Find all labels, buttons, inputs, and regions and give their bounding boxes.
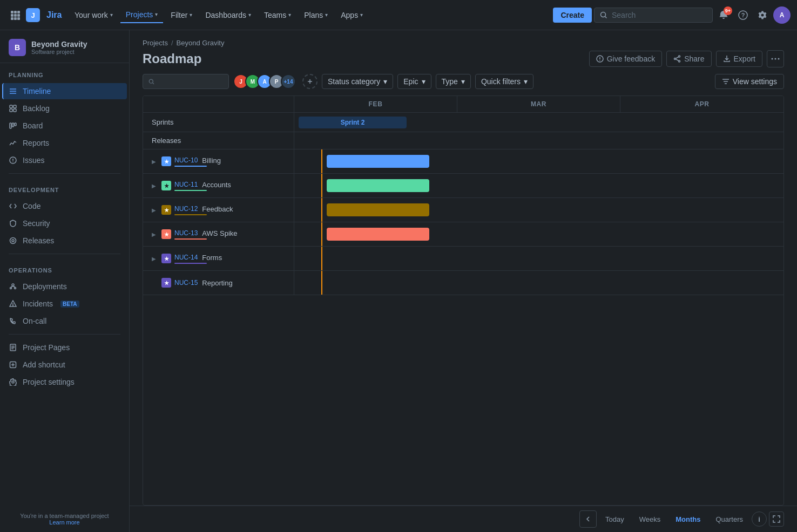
expand-icon[interactable]: ▶ — [150, 230, 158, 238]
epic-right-reporting — [294, 271, 784, 295]
add-person-button[interactable] — [302, 74, 318, 89]
epic-name-aws: AWS Spike — [202, 229, 237, 237]
notifications-button[interactable]: 9+ — [715, 6, 732, 24]
sidebar-item-timeline[interactable]: Timeline — [2, 83, 127, 99]
app-body: B Beyond Gravity Software project PLANNI… — [0, 30, 797, 532]
sidebar-footer: You're in a team-managed project Learn m… — [0, 506, 129, 532]
epic-underline — [174, 166, 207, 167]
nav-plans[interactable]: Plans ▾ — [299, 8, 333, 23]
svg-line-60 — [152, 83, 154, 84]
sidebar-item-backlog[interactable]: Backlog — [2, 100, 127, 117]
nav-your-work[interactable]: Your work ▾ — [69, 8, 118, 23]
status-category-filter[interactable]: Status category ▾ — [322, 74, 393, 89]
epic-right-accounts — [294, 174, 784, 197]
epic-filter[interactable]: Epic ▾ — [397, 74, 431, 89]
planning-section: PLANNING — [0, 63, 129, 83]
timeline-icon — [9, 87, 17, 96]
sidebar-item-oncall[interactable]: On-call — [2, 313, 127, 329]
sidebar-divider-2 — [9, 254, 120, 254]
month-feb: FEB — [294, 96, 457, 112]
epic-left-aws: ▶ ★ NUC-13 AWS Spike — [143, 222, 294, 246]
svg-point-50 — [599, 60, 600, 61]
sidebar-item-add-shortcut[interactable]: Add shortcut — [2, 357, 127, 373]
svg-rect-26 — [15, 123, 16, 126]
sidebar-item-releases[interactable]: Releases — [2, 233, 127, 249]
epic-name-accounts: Accounts — [202, 181, 231, 189]
global-search[interactable]: Search — [594, 8, 713, 23]
expand-icon[interactable]: ▶ — [150, 206, 158, 214]
sidebar-item-code[interactable]: Code — [2, 198, 127, 214]
weeks-button[interactable]: Weeks — [633, 512, 667, 527]
sidebar-item-project-pages[interactable]: Project Pages — [2, 339, 127, 356]
sidebar-item-board[interactable]: Board — [2, 118, 127, 134]
more-actions-button[interactable] — [767, 50, 784, 67]
sidebar-item-incidents[interactable]: Incidents BETA — [2, 296, 127, 312]
sidebar-item-project-settings[interactable]: Project settings — [2, 374, 127, 390]
gantt-bar-aws[interactable] — [327, 228, 429, 241]
view-settings-button[interactable]: View settings — [715, 74, 784, 89]
nav-projects[interactable]: Projects ▾ — [120, 7, 164, 23]
gantt-bar-accounts[interactable] — [327, 179, 429, 192]
settings-button[interactable] — [754, 6, 771, 24]
svg-rect-4 — [14, 14, 17, 17]
jira-logo[interactable]: J Jira — [26, 8, 63, 22]
feedback-button[interactable]: Give feedback — [589, 51, 663, 67]
gantt-bar-billing[interactable] — [327, 155, 429, 168]
epic-search[interactable] — [143, 74, 229, 89]
expand-icon[interactable]: ▶ — [150, 181, 158, 190]
epic-id[interactable]: NUC-11 — [174, 181, 198, 188]
gantt-bar-feedback[interactable] — [327, 203, 429, 216]
create-button[interactable]: Create — [553, 8, 592, 23]
type-filter[interactable]: Type ▾ — [436, 74, 471, 89]
quick-filters[interactable]: Quick filters ▾ — [475, 74, 533, 89]
expand-full-button[interactable] — [769, 511, 784, 527]
nav-dashboards[interactable]: Dashboards ▾ — [200, 8, 256, 23]
info-button[interactable]: i — [752, 511, 767, 527]
sidebar-item-security[interactable]: Security — [2, 215, 127, 231]
navigate-back-button[interactable] — [579, 510, 597, 528]
svg-point-47 — [12, 381, 14, 383]
backlog-icon — [9, 104, 17, 113]
beta-badge: BETA — [60, 301, 79, 308]
grid-icon[interactable] — [6, 6, 24, 24]
today-button[interactable]: Today — [599, 512, 631, 527]
epic-id[interactable]: NUC-13 — [174, 229, 198, 237]
epic-icon-accounts: ★ — [161, 181, 171, 190]
sidebar-item-deployments[interactable]: Deployments — [2, 278, 127, 295]
epic-id[interactable]: NUC-10 — [174, 156, 198, 164]
expand-icon[interactable]: ▶ — [150, 157, 158, 166]
epic-id[interactable]: NUC-15 — [174, 279, 198, 287]
epic-right-forms — [294, 247, 784, 270]
today-line — [321, 271, 322, 295]
project-type: Software project — [31, 49, 87, 55]
svg-rect-22 — [10, 109, 12, 112]
svg-line-13 — [605, 16, 607, 18]
svg-point-58 — [778, 58, 780, 60]
nav-teams[interactable]: Teams ▾ — [259, 8, 296, 23]
security-icon — [9, 219, 17, 228]
today-line — [321, 222, 322, 246]
user-avatar[interactable]: A — [773, 6, 791, 24]
export-button[interactable]: Export — [716, 51, 762, 67]
top-navigation: J Jira Your work ▾ Projects ▾ Filter ▾ D… — [0, 0, 797, 30]
svg-rect-25 — [12, 123, 14, 127]
sidebar-item-reports[interactable]: Reports — [2, 135, 127, 151]
sidebar-item-issues[interactable]: Issues — [2, 152, 127, 168]
svg-point-39 — [13, 305, 13, 306]
avatar-overflow-count[interactable]: +14 — [281, 74, 296, 89]
svg-rect-1 — [14, 11, 17, 13]
add-shortcut-icon — [9, 360, 17, 369]
share-button[interactable]: Share — [666, 51, 711, 67]
svg-rect-2 — [17, 11, 20, 13]
help-button[interactable]: ? — [734, 6, 752, 24]
quarters-button[interactable]: Quarters — [709, 512, 749, 527]
nav-apps[interactable]: Apps ▾ — [335, 8, 368, 23]
months-button[interactable]: Months — [669, 512, 707, 527]
expand-icon[interactable]: ▶ — [150, 254, 158, 263]
epic-search-input[interactable] — [158, 77, 223, 86]
epic-id[interactable]: NUC-12 — [174, 205, 198, 213]
epic-id[interactable]: NUC-14 — [174, 254, 198, 261]
epic-right-billing — [294, 149, 784, 173]
releases-timeline — [294, 132, 784, 149]
nav-filter[interactable]: Filter ▾ — [165, 8, 198, 23]
